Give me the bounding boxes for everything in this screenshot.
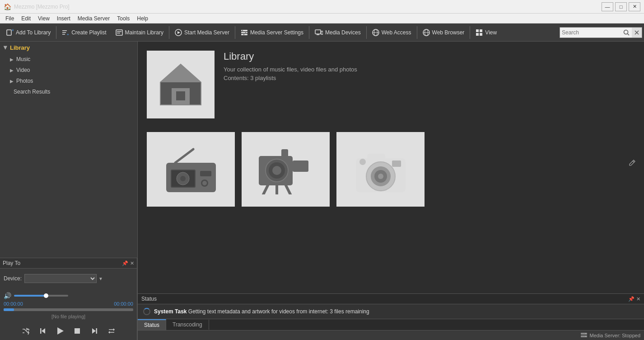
menu-edit[interactable]: Edit (18, 14, 34, 23)
play-icon (55, 326, 65, 336)
status-pin-icon[interactable]: 📌 (628, 296, 635, 302)
stop-button[interactable] (71, 325, 84, 337)
svg-text:+: + (12, 29, 14, 33)
shuffle-button[interactable] (19, 325, 32, 337)
view-icon (476, 29, 483, 36)
camera-icon (351, 145, 410, 194)
separator-1 (56, 26, 56, 39)
content-main: Library Your collection of music files, … (138, 42, 644, 293)
svg-rect-69 (392, 161, 401, 167)
svg-rect-12 (241, 32, 247, 33)
time-area: 00:00:00 00:00:00 (0, 299, 137, 308)
device-dropdown[interactable] (24, 274, 97, 283)
playto-close-icon[interactable]: ✕ (130, 260, 134, 266)
svg-line-60 (286, 185, 290, 194)
view-button[interactable]: View (471, 24, 501, 41)
svg-marker-41 (160, 64, 201, 82)
svg-marker-38 (92, 328, 96, 334)
menu-insert[interactable]: Insert (53, 14, 74, 23)
sidebar-item-photos[interactable]: ▶ Photos (0, 76, 137, 86)
web-access-button[interactable]: Web Access (368, 24, 416, 41)
sidebar-item-search-results[interactable]: Search Results (0, 86, 137, 97)
svg-rect-64 (367, 154, 385, 162)
status-tab-transcoding[interactable]: Transcoding (166, 320, 209, 330)
volume-area: 🔊 (0, 288, 137, 299)
playto-body: Device: ▼ (0, 269, 137, 288)
edit-pencil-button[interactable] (629, 159, 636, 168)
sidebar-scroll: ▶ Library ▶ Music ▶ Video ▶ Photos Searc… (0, 42, 137, 258)
play-button[interactable] (54, 325, 66, 337)
sidebar-library-header[interactable]: ▶ Library (0, 42, 137, 54)
menu-tools[interactable]: Tools (113, 14, 133, 23)
sidebar-item-video[interactable]: ▶ Video (0, 65, 137, 76)
previous-button[interactable] (37, 325, 49, 337)
device-dropdown-arrow-icon: ▼ (98, 276, 103, 281)
menu-help[interactable]: Help (133, 14, 152, 23)
volume-slider[interactable] (14, 295, 68, 297)
svg-point-73 (585, 333, 586, 334)
progress-bar[interactable] (4, 308, 133, 311)
device-row: Device: ▼ (4, 272, 133, 285)
svg-rect-3 (62, 32, 66, 33)
sidebar-item-music[interactable]: ▶ Music (0, 54, 137, 65)
device-select: ▼ (24, 274, 103, 283)
search-input[interactable] (560, 29, 621, 36)
next-button[interactable] (88, 325, 101, 337)
toolbar: + Add To Library + Create Playlist Maint… (0, 24, 644, 42)
svg-point-74 (585, 336, 586, 337)
status-spinner (143, 308, 150, 315)
progress-fill (4, 308, 14, 311)
media-server-settings-button[interactable]: Media Server Settings (236, 24, 308, 41)
menu-view[interactable]: View (34, 14, 53, 23)
media-devices-button[interactable]: Media Devices (310, 24, 365, 41)
sidebar-music-label: Music (16, 56, 30, 62)
menu-file[interactable]: File (2, 14, 18, 23)
pencil-icon (629, 159, 636, 166)
maintain-icon (116, 29, 123, 36)
close-button[interactable]: ✕ (629, 2, 640, 11)
playto-pin-icon[interactable]: 📌 (122, 260, 128, 266)
previous-icon (39, 327, 47, 335)
web-access-icon (372, 29, 379, 36)
sidebar-search-results-label: Search Results (14, 89, 50, 95)
radio-icon (162, 145, 220, 194)
maintain-library-button[interactable]: Maintain Library (111, 24, 168, 41)
media-server-icon (175, 29, 182, 36)
minimize-button[interactable]: — (602, 2, 613, 11)
svg-line-46 (175, 149, 193, 163)
progress-area (0, 308, 137, 311)
playto-header-icons: 📌 ✕ (122, 260, 134, 266)
status-task-text: System Task Getting text metadata and ar… (154, 308, 369, 315)
titlebar-left: 🏠 Mezzmo [Mezzmo Pro] (4, 3, 70, 10)
search-button[interactable] (621, 28, 632, 38)
separator-4 (309, 26, 309, 39)
repeat-button[interactable] (105, 325, 118, 337)
svg-line-58 (263, 185, 268, 194)
media-server-status-text: Media Server: Stopped (589, 333, 640, 338)
add-to-library-button[interactable]: + Add To Library (2, 24, 55, 41)
status-tab-status[interactable]: Status (138, 319, 166, 330)
stop-icon (73, 327, 81, 335)
maximize-button[interactable]: □ (615, 2, 627, 11)
svg-rect-27 (480, 29, 482, 32)
status-tabs: Status Transcoding (138, 319, 644, 330)
start-media-server-button[interactable]: Start Media Server (170, 24, 234, 41)
video-tile[interactable] (242, 132, 330, 207)
separator-3 (235, 26, 235, 39)
separator-7 (470, 26, 470, 39)
search-clear-button[interactable] (632, 28, 642, 38)
menu-media-server[interactable]: Media Server (74, 14, 113, 23)
system-task-label: System Task (154, 308, 187, 315)
content-area: Library Your collection of music files, … (138, 42, 644, 340)
library-contents: Contents: 3 playlists (224, 75, 357, 81)
svg-rect-29 (480, 33, 482, 36)
search-icon (623, 29, 630, 36)
music-tile[interactable] (147, 132, 235, 207)
create-playlist-button[interactable]: + Create Playlist (57, 24, 111, 41)
svg-marker-10 (177, 31, 180, 34)
status-close-icon[interactable]: ✕ (636, 296, 640, 302)
svg-point-16 (243, 34, 244, 35)
web-browser-button[interactable]: Web Browser (418, 24, 469, 41)
playto-header: Play To 📌 ✕ (0, 258, 137, 269)
photos-tile[interactable] (336, 132, 425, 207)
